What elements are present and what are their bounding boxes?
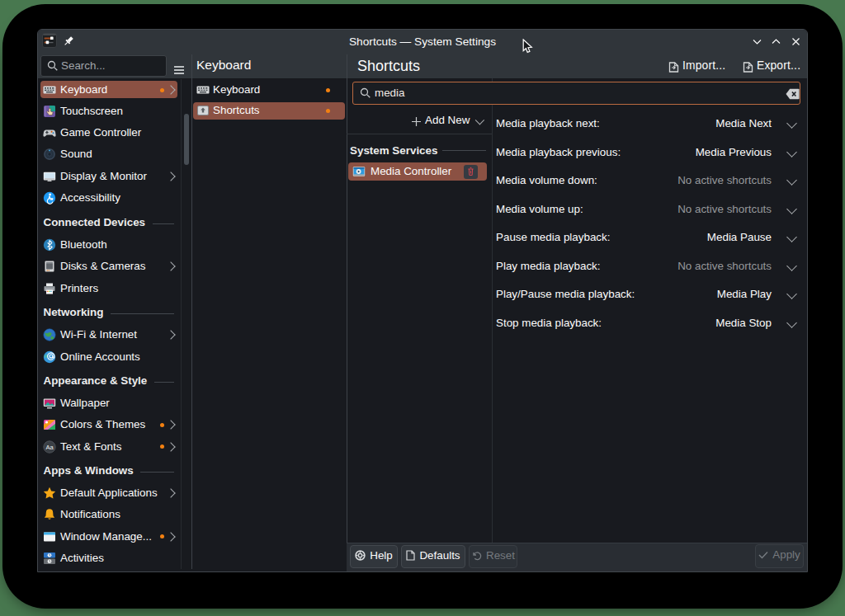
svg-text:Aa: Aa (45, 444, 54, 451)
